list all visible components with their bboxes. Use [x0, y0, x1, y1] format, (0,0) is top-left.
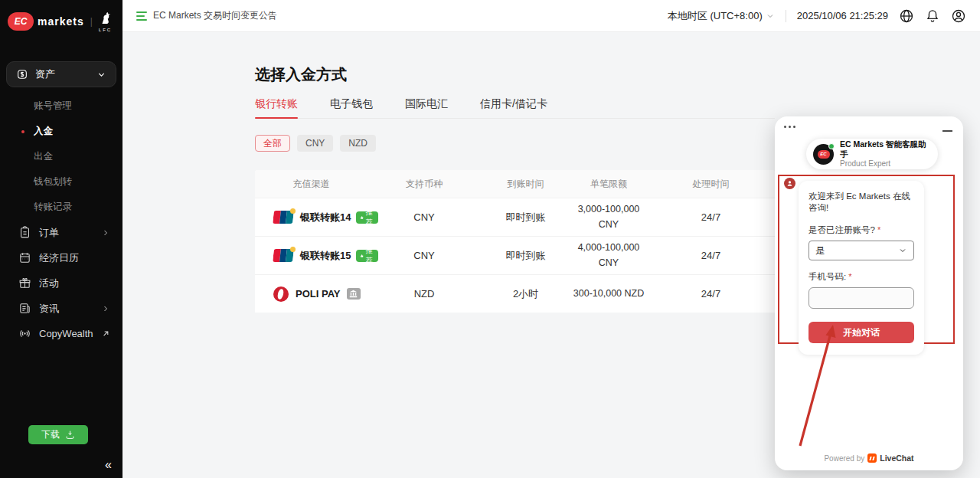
broadcast-icon	[18, 327, 31, 340]
timezone-selector[interactable]: 本地时区 (UTC+8:00)	[668, 9, 775, 23]
sidebar-item-orders[interactable]: 订单	[0, 220, 122, 245]
chat-menu-button[interactable]	[784, 126, 795, 128]
table-row[interactable]: POLI PAY NZD 2小时 300-10,000 NZD 24/7	[255, 274, 775, 313]
sidebar-item-label: 活动	[39, 277, 59, 290]
unionpay-icon	[273, 249, 293, 262]
logo-divider: |	[90, 16, 93, 27]
active-dot	[21, 130, 24, 133]
cell-hours: 24/7	[647, 198, 775, 236]
news-icon	[18, 302, 31, 315]
sidebar-item-deposit[interactable]: 入金	[0, 119, 122, 144]
sidebar-item-label: 转账记录	[34, 201, 72, 212]
registered-select[interactable]: 是	[808, 241, 914, 260]
language-globe-icon[interactable]	[899, 8, 914, 24]
bank-icon	[349, 290, 358, 298]
cell-arrival: 即时到账	[481, 198, 570, 236]
lfc-logo: LFC	[99, 11, 112, 32]
announcement-banner[interactable]: EC Markets 交易时间变更公告	[136, 9, 277, 22]
announcement-text: EC Markets 交易时间变更公告	[153, 9, 277, 22]
deposit-method-tabs: 银行转账 电子钱包 国际电汇 信用卡/借记卡	[255, 97, 775, 119]
tab-credit-debit-card[interactable]: 信用卡/借记卡	[480, 97, 547, 111]
welcome-message: 欢迎来到 Ec Markets 在线咨询!	[808, 191, 914, 214]
sidebar-item-copywealth[interactable]: CopyWealth	[0, 321, 122, 346]
phone-label: 手机号码:*	[808, 271, 914, 283]
powered-by-label: Powered by	[824, 454, 864, 463]
agent-card: EC EC Markets 智能客服助手 Product Expert	[806, 139, 938, 169]
sidebar-item-label: 账号管理	[34, 100, 72, 111]
col-header: 到账时间	[481, 170, 570, 198]
sidebar-item-account-management[interactable]: 账号管理	[0, 93, 122, 119]
profile-icon[interactable]	[951, 8, 966, 24]
cell-limit: 3,000-100,000 CNY	[570, 202, 647, 232]
poli-pay-icon	[273, 286, 289, 302]
ec-logo-icon: EC	[8, 12, 34, 31]
registered-question-label: 是否已注册账号?*	[808, 224, 914, 236]
channel-name: 银联转账15	[300, 249, 351, 263]
selected-option: 是	[815, 244, 825, 257]
start-chat-button[interactable]: 开始对话	[808, 322, 914, 343]
unionpay-icon	[273, 211, 293, 224]
table-row[interactable]: 银联转账14 推荐 CNY 即时到账 3,000-100,000 CNY 24/…	[255, 198, 775, 236]
assets-submenu: 账号管理 入金 出金 钱包划转 转账记录	[0, 87, 122, 220]
sidebar-item-label: CopyWealth	[39, 328, 93, 339]
thumbs-up-icon	[360, 253, 364, 259]
brand-logo: EC markets | LFC	[0, 0, 122, 43]
collapse-sidebar-button[interactable]: «	[105, 458, 112, 472]
online-status-dot	[828, 143, 835, 149]
agent-name: EC Markets 智能客服助手	[840, 139, 931, 159]
filter-nzd[interactable]: NZD	[340, 135, 376, 152]
clipboard-icon	[18, 226, 31, 239]
sidebar: EC markets | LFC 资产 账号管理 入金 出金 钱包划转 转账记录	[0, 0, 122, 478]
tab-bank-transfer[interactable]: 银行转账	[255, 97, 298, 111]
chevron-right-icon	[101, 304, 110, 313]
sidebar-item-label: 经济日历	[39, 251, 79, 265]
phone-input[interactable]	[808, 287, 914, 309]
sidebar-item-economic-calendar[interactable]: 经济日历	[0, 245, 122, 270]
cell-currency: CNY	[368, 198, 481, 236]
person-icon	[786, 180, 793, 187]
sidebar-item-label: 钱包划转	[34, 176, 72, 187]
bank-badge	[347, 288, 361, 300]
col-header: 处理时间	[647, 170, 775, 198]
livechat-logo-icon	[867, 453, 877, 463]
sidebar-nav: 资产 账号管理 入金 出金 钱包划转 转账记录 订单 经济日历 活动	[0, 61, 122, 346]
gift-icon	[18, 277, 31, 290]
cell-hours: 24/7	[647, 275, 775, 313]
calendar-icon	[18, 251, 31, 264]
sidebar-item-assets[interactable]: 资产	[6, 61, 116, 87]
liver-bird-icon	[99, 11, 112, 27]
livechat-widget: EC EC Markets 智能客服助手 Product Expert 欢迎来到…	[775, 116, 963, 470]
required-asterisk: *	[848, 272, 851, 281]
filter-cny[interactable]: CNY	[297, 135, 333, 152]
notifications-bell-icon[interactable]	[925, 8, 940, 24]
tab-international-wire[interactable]: 国际电汇	[405, 97, 448, 111]
cell-arrival: 2小时	[481, 275, 570, 313]
sidebar-item-label: 订单	[39, 226, 59, 240]
sidebar-item-withdraw[interactable]: 出金	[0, 144, 122, 169]
sidebar-item-wallet-transfer[interactable]: 钱包划转	[0, 169, 122, 195]
sidebar-item-label: 入金	[34, 126, 53, 136]
sidebar-item-promotions[interactable]: 活动	[0, 270, 122, 296]
sidebar-item-transfer-records[interactable]: 转账记录	[0, 195, 122, 220]
chat-minimize-button[interactable]	[942, 130, 952, 132]
external-link-icon	[101, 329, 110, 339]
chevron-down-icon	[96, 70, 106, 80]
col-header: 单笔限额	[570, 170, 647, 198]
timezone-label: 本地时区 (UTC+8:00)	[668, 9, 763, 23]
table-header-row: 充值渠道 支持币种 到账时间 单笔限额 处理时间	[255, 170, 775, 198]
table-row[interactable]: 银联转账15 推荐 CNY 即时到账 4,000-100,000 CNY 24/…	[255, 236, 775, 274]
chevron-down-icon	[898, 246, 907, 255]
sidebar-item-label: 资讯	[39, 302, 59, 316]
chevron-right-icon	[101, 228, 110, 237]
prechat-form: 欢迎来到 Ec Markets 在线咨询! 是否已注册账号?* 是 手机号码:*…	[799, 181, 924, 355]
livechat-label: LiveChat	[880, 453, 913, 463]
download-label: 下载	[41, 428, 60, 441]
sidebar-item-news[interactable]: 资讯	[0, 296, 122, 321]
divider	[786, 10, 786, 22]
ec-markets-app: EC Markets 交易时间变更公告 本地时区 (UTC+8:00) 2025…	[0, 0, 980, 478]
download-button[interactable]: 下载	[28, 425, 88, 444]
thumbs-up-icon	[360, 214, 364, 221]
tab-ewallet[interactable]: 电子钱包	[330, 97, 373, 111]
powered-by: Powered by LiveChat	[775, 453, 963, 463]
filter-all[interactable]: 全部	[255, 135, 290, 152]
